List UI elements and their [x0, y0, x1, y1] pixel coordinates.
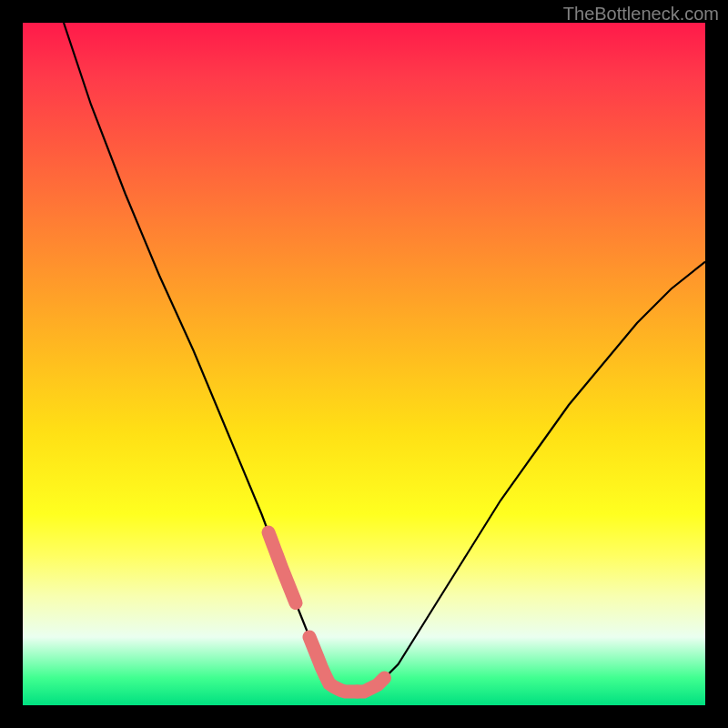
chart-frame [23, 23, 705, 705]
right-marker [358, 678, 385, 692]
bottleneck-curve-svg [23, 23, 705, 705]
bottleneck-curve [64, 23, 705, 692]
watermark-label: TheBottleneck.com [563, 4, 719, 25]
left-marker [268, 532, 296, 603]
bottom-marker [309, 637, 358, 692]
